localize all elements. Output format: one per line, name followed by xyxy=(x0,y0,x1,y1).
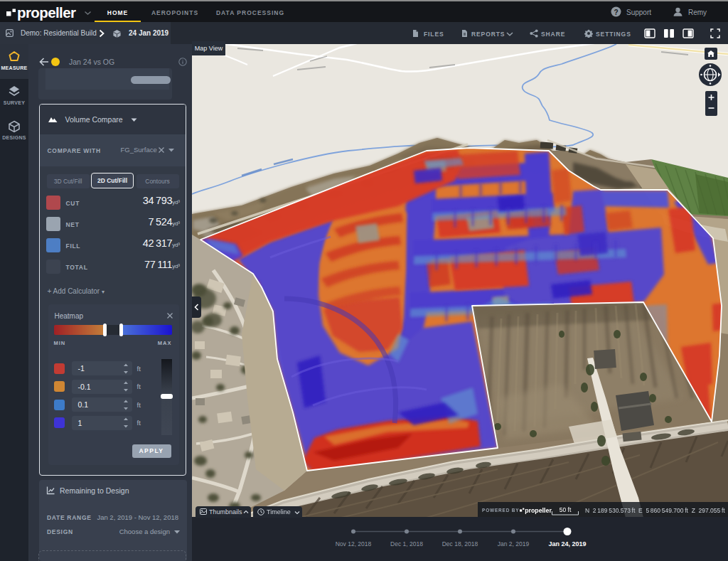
svg-text:?: ? xyxy=(614,9,618,16)
svg-text:propeller: propeller xyxy=(17,5,76,21)
svg-text:propeller: propeller xyxy=(525,507,552,514)
